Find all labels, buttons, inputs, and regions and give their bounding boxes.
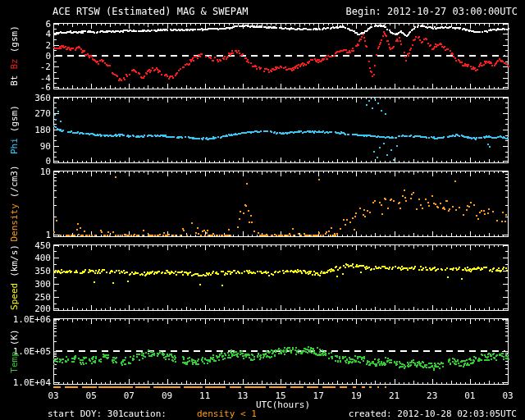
panel-ylabel-bt_bz: BtBz(gsm) bbox=[10, 25, 19, 86]
y-tick-label-speed: 350 bbox=[34, 267, 51, 276]
x-tick-label: 11 bbox=[199, 391, 210, 400]
panel-ylabel-part: Bt bbox=[10, 75, 19, 86]
panel-ylabel-part: Speed bbox=[10, 283, 19, 310]
x-tick-label: 09 bbox=[162, 391, 172, 400]
y-tick-label-bt_bz: 6 bbox=[45, 20, 51, 29]
y-tick-label-speed: 400 bbox=[34, 253, 51, 262]
y-tick-label-phi: 270 bbox=[34, 109, 51, 118]
panel-ylabel-temp: Temp(K) bbox=[10, 329, 19, 372]
y-tick-label-speed: 200 bbox=[34, 304, 51, 313]
panel-ylabel-part: (gsm) bbox=[10, 105, 19, 132]
x-tick-label: 03 bbox=[48, 391, 58, 400]
x-tick-label: 03 bbox=[502, 391, 513, 400]
x-tick-label: 23 bbox=[427, 391, 437, 400]
ace-rtsw-chart: ACE RTSW (Estimated) MAG & SWEPAM Begin:… bbox=[0, 0, 525, 420]
y-tick-label-density: 1 bbox=[45, 231, 51, 240]
y-tick-label-bt_bz: 4 bbox=[45, 30, 51, 39]
panel-ylabel-part: Phi bbox=[10, 138, 19, 154]
caution-label: caution: bbox=[123, 409, 167, 418]
x-tick-label: 05 bbox=[86, 391, 97, 400]
panel-ylabel-density: Density(/cm3) bbox=[10, 165, 19, 241]
x-tick-label: 17 bbox=[313, 391, 324, 400]
x-tick-label: 13 bbox=[237, 391, 248, 400]
panel-ylabel-part: Density bbox=[10, 203, 19, 241]
created-timestamp: created: 2012-10-28 02:03:05UTC bbox=[349, 409, 517, 418]
caution-value: density < 1 bbox=[197, 409, 257, 418]
panel-ylabel-part: Temp bbox=[10, 351, 19, 373]
y-tick-label-bt_bz: -6 bbox=[40, 83, 51, 92]
x-tick-label: 01 bbox=[464, 391, 475, 400]
plot-canvas bbox=[0, 0, 525, 420]
page-title: ACE RTSW (Estimated) MAG & SWEPAM bbox=[52, 7, 248, 16]
y-tick-label-bt_bz: -2 bbox=[40, 62, 51, 71]
y-tick-label-temp: 1.0E+04 bbox=[13, 378, 51, 387]
y-tick-label-speed: 450 bbox=[34, 241, 51, 250]
x-tick-label: 07 bbox=[124, 391, 135, 400]
y-tick-label-speed: 250 bbox=[34, 293, 51, 302]
y-tick-label-bt_bz: 2 bbox=[45, 41, 51, 50]
panel-ylabel-speed: Speed(km/s) bbox=[10, 244, 19, 310]
y-tick-label-bt_bz: 0 bbox=[45, 52, 51, 61]
y-tick-label-phi: 0 bbox=[45, 157, 51, 166]
y-tick-label-phi: 180 bbox=[34, 126, 51, 135]
panel-ylabel-part: (K) bbox=[10, 329, 19, 345]
begin-timestamp: Begin: 2012-10-27 03:00:00UTC bbox=[345, 7, 518, 16]
x-axis-title: UTC(hours) bbox=[256, 400, 310, 409]
panel-ylabel-part: (/cm3) bbox=[10, 165, 19, 198]
x-tick-label: 21 bbox=[389, 391, 399, 400]
x-tick-label: 19 bbox=[351, 391, 362, 400]
panel-ylabel-part: Bz bbox=[10, 58, 19, 69]
y-tick-label-speed: 300 bbox=[34, 280, 51, 289]
y-tick-label-temp: 1.0E+06 bbox=[13, 315, 51, 324]
panel-ylabel-part: (gsm) bbox=[10, 25, 19, 52]
panel-ylabel-phi: Phi(gsm) bbox=[10, 105, 19, 154]
y-tick-label-density: 10 bbox=[40, 167, 51, 176]
panel-ylabel-part: (km/s) bbox=[10, 244, 19, 277]
y-tick-label-phi: 90 bbox=[40, 142, 51, 151]
y-tick-label-phi: 360 bbox=[34, 94, 51, 103]
start-doy-label: start DOY: 301 bbox=[48, 409, 124, 418]
